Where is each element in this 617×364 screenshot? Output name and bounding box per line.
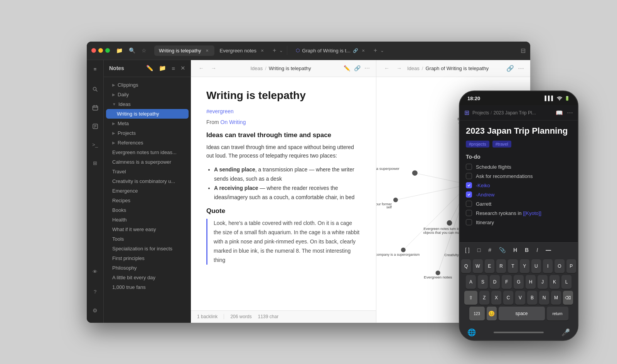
phone-grid-icon[interactable]: ⊞ [464,109,469,116]
phone-checkbox-4[interactable] [466,191,472,198]
phone-toolbar-heading[interactable]: H [511,245,519,255]
new-note-icon[interactable]: ✏️ [146,65,153,72]
link-icon[interactable]: 🔗 [354,65,361,71]
key-n[interactable]: N [539,291,549,305]
new-folder-icon[interactable]: 📁 [159,65,166,72]
key-s[interactable]: S [478,275,488,289]
sidebar-nav-search[interactable] [89,83,101,96]
phone-more-icon[interactable]: ⋯ [567,109,573,116]
phone-toolbar-tag[interactable]: # [486,245,494,255]
tab-graph[interactable]: ⬡ Graph of Writing is t... 🔗 ✕ [291,45,370,56]
sidebar-item-health[interactable]: Health [106,215,189,225]
sidebar-nav-help[interactable]: ? [89,286,101,298]
key-shift[interactable]: ⇧ [464,291,477,305]
editor-content[interactable]: Writing is telepathy #evergreen From On … [191,77,376,310]
key-k[interactable]: K [550,275,560,289]
key-u[interactable]: U [531,259,541,273]
key-b[interactable]: B [527,291,537,305]
maximize-button[interactable] [105,48,110,53]
sidebar-item-clippings[interactable]: ▶ Clippings [106,80,189,90]
minimize-button[interactable] [98,48,103,53]
tab-chevron-icon[interactable]: ⌄ [279,48,283,53]
star-icon[interactable]: ☆ [142,47,147,54]
graph-link-icon[interactable]: 🔗 [506,65,514,72]
sidebar-nav-terminal[interactable]: >_ [89,139,101,151]
sidebar-item-ideas[interactable]: ▼ Ideas [106,99,189,109]
phone-checkbox-6[interactable] [466,210,472,216]
tab-chevron-icon-2[interactable]: ⌄ [380,48,384,53]
key-y[interactable]: Y [520,259,529,273]
key-backspace[interactable]: ⌫ [563,291,573,305]
sidebar-item-1000-fans[interactable]: 1,000 true fans [106,282,189,292]
key-f[interactable]: F [502,275,512,289]
forward-button[interactable]: → [209,64,218,73]
breadcrumb-parent[interactable]: Ideas [250,65,263,71]
key-e[interactable]: E [485,259,494,273]
key-o[interactable]: O [555,259,564,273]
key-r[interactable]: R [496,259,506,273]
tab-close-evergreen[interactable]: ✕ [260,48,265,53]
key-d[interactable]: D [490,275,500,289]
sidebar-item-writing-telepathy[interactable]: Writing is telepathy [106,109,189,119]
sidebar-item-projects[interactable]: ▶ Projects [106,128,189,138]
backlinks-count[interactable]: 1 backlink [197,314,217,319]
sidebar-item-recipes[interactable]: Recipes [106,196,189,205]
close-sidebar-icon[interactable]: ✕ [180,65,185,72]
phone-checkbox-1[interactable] [466,164,472,170]
key-j[interactable]: J [538,275,548,289]
sidebar-nav-vault[interactable]: 👁 [89,266,101,278]
sort-icon[interactable]: ≡ [172,65,175,72]
phone-toolbar-strike[interactable]: — [543,245,553,255]
graph-back-button[interactable]: ← [383,64,391,73]
sidebar-item-meta[interactable]: ▶ Meta [106,119,189,128]
tab-writing-telepathy[interactable]: Writing is telepathy ✕ [154,45,214,56]
key-m[interactable]: M [551,291,561,305]
sidebar-nav-notes[interactable]: ≡ [89,63,101,75]
phone-tag-travel[interactable]: #travel [492,141,511,148]
key-emoji[interactable]: 😊 [487,307,497,320]
sidebar-item-references[interactable]: ▶ References [106,138,189,148]
sidebar-item-what-if[interactable]: What if it were easy [106,225,189,234]
sidebar-item-specialization[interactable]: Specialization is for insects [106,244,189,253]
phone-checkbox-3[interactable] [466,182,472,188]
phone-kyoto-link[interactable]: [[Kyoto]] [523,210,541,216]
phone-globe-icon[interactable]: 🌐 [467,328,476,337]
sidebar-toggle-icon[interactable]: ⊟ [521,47,526,54]
sidebar-nav-files[interactable] [89,120,101,133]
add-tab-button-2[interactable]: + [371,47,379,54]
sidebar-nav-tags[interactable]: ⊞ [89,157,101,169]
phone-toolbar-brackets[interactable]: [ ] [463,245,472,255]
sidebar-item-daily[interactable]: ▶ Daily [106,90,189,99]
key-123[interactable]: 123 [469,307,485,320]
key-p[interactable]: P [566,259,576,273]
sidebar-item-creativity[interactable]: Creativity is combinatory u... [106,176,189,186]
key-h[interactable]: H [526,275,536,289]
sidebar-nav-calendar[interactable] [89,102,101,114]
folder-icon[interactable]: 📁 [116,47,123,54]
phone-checkbox-2[interactable] [466,173,472,179]
tab-close-writing[interactable]: ✕ [204,48,210,53]
phone-toolbar-file[interactable]: □ [475,245,483,255]
sidebar-item-tools[interactable]: Tools [106,234,189,244]
sidebar-item-emergence[interactable]: Emergence [106,186,189,196]
sidebar-item-books[interactable]: Books [106,205,189,215]
sidebar-item-philosophy[interactable]: Philosophy [106,263,189,273]
key-w[interactable]: W [473,259,482,273]
phone-checkbox-7[interactable] [466,219,472,225]
phone-breadcrumb-parent[interactable]: Projects [472,110,489,116]
note-tag[interactable]: #evergreen [206,108,234,114]
more-icon[interactable]: ⋯ [364,65,370,71]
back-button[interactable]: ← [197,64,206,73]
phone-toolbar-attach[interactable]: 📎 [497,245,508,255]
phone-tag-projects[interactable]: #projects [466,141,489,148]
search-icon[interactable]: 🔍 [129,47,135,54]
tab-close-graph[interactable]: ✕ [361,48,366,53]
key-v[interactable]: V [515,291,525,305]
key-g[interactable]: G [514,275,524,289]
phone-checkbox-5[interactable] [466,201,472,207]
tab-evergreen-notes[interactable]: Evergreen notes ✕ [215,45,270,56]
phone-toolbar-italic[interactable]: I [534,245,540,255]
phone-toolbar-bold[interactable]: B [523,245,531,255]
add-tab-button[interactable]: + [270,47,278,54]
graph-forward-button[interactable]: → [395,64,403,73]
